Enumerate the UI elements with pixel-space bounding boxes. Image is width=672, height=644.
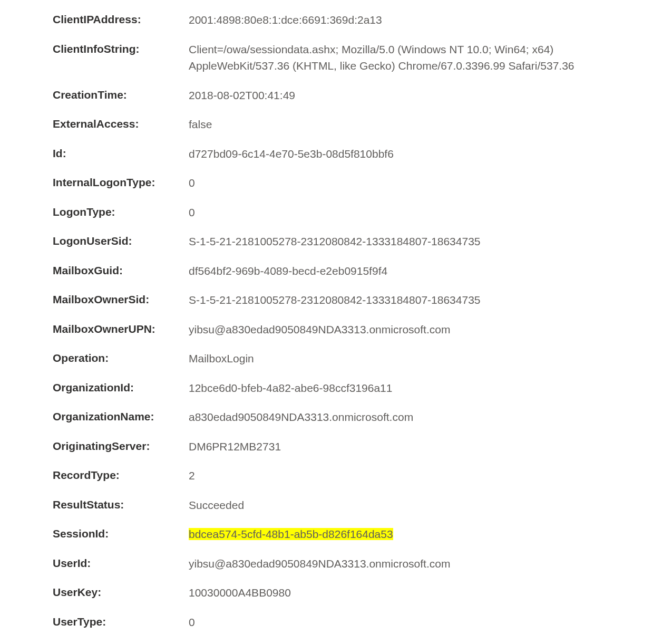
- property-label: InternalLogonType:: [53, 175, 189, 190]
- property-label: OrganizationId:: [53, 380, 189, 396]
- property-list: ClientIPAddress:2001:4898:80e8:1:dce:669…: [0, 0, 672, 644]
- highlighted-value: bdcea574-5cfd-48b1-ab5b-d826f164da53: [189, 528, 393, 540]
- property-row: CreationTime:2018-08-02T00:41:49: [53, 81, 672, 110]
- property-value: 10030000A4BB0980: [189, 584, 672, 601]
- property-row: LogonUserSid:S-1-5-21-2181005278-2312080…: [53, 227, 672, 256]
- property-value: S-1-5-21-2181005278-2312080842-133318480…: [189, 233, 672, 250]
- property-value: Succeeded: [189, 497, 672, 514]
- property-row: SessionId:bdcea574-5cfd-48b1-ab5b-d826f1…: [53, 520, 672, 549]
- property-row: Operation:MailboxLogin: [53, 344, 672, 373]
- property-label: ExternalAccess:: [53, 116, 189, 132]
- property-label: MailboxOwnerSid:: [53, 292, 189, 307]
- property-label: SessionId:: [53, 526, 189, 542]
- property-value: yibsu@a830edad9050849NDA3313.onmicrosoft…: [189, 555, 672, 572]
- property-label: ClientIPAddress:: [53, 12, 189, 27]
- property-value: df564bf2-969b-4089-becd-e2eb0915f9f4: [189, 263, 672, 280]
- property-row: Id:d727bd09-6c14-4e70-5e3b-08d5f810bbf6: [53, 139, 672, 169]
- property-row: MailboxOwnerSid:S-1-5-21-2181005278-2312…: [53, 285, 672, 315]
- property-value: d727bd09-6c14-4e70-5e3b-08d5f810bbf6: [189, 146, 672, 162]
- property-value: S-1-5-21-2181005278-2312080842-133318480…: [189, 292, 672, 309]
- property-label: MailboxGuid:: [53, 263, 189, 278]
- property-label: UserId:: [53, 555, 189, 571]
- property-row: MailboxOwnerUPN:yibsu@a830edad9050849NDA…: [53, 315, 672, 344]
- property-value: DM6PR12MB2731: [189, 438, 672, 455]
- property-row: UserKey:10030000A4BB0980: [53, 578, 672, 608]
- property-label: CreationTime:: [53, 87, 189, 103]
- property-label: RecordType:: [53, 467, 189, 483]
- property-row: MailboxGuid:df564bf2-969b-4089-becd-e2eb…: [53, 256, 672, 286]
- property-value: a830edad9050849NDA3313.onmicrosoft.com: [189, 409, 672, 426]
- property-value: 2001:4898:80e8:1:dce:6691:369d:2a13: [189, 12, 672, 28]
- property-value: bdcea574-5cfd-48b1-ab5b-d826f164da53: [189, 526, 672, 543]
- property-label: LogonUserSid:: [53, 233, 189, 249]
- property-label: ClientInfoString:: [53, 41, 189, 57]
- property-value: 0: [189, 175, 672, 191]
- property-value: 12bce6d0-bfeb-4a82-abe6-98ccf3196a11: [189, 380, 672, 397]
- property-label: OriginatingServer:: [53, 438, 189, 454]
- property-row: ClientIPAddress:2001:4898:80e8:1:dce:669…: [53, 5, 672, 35]
- property-label: LogonType:: [53, 204, 189, 220]
- property-row: InternalLogonType:0: [53, 168, 672, 198]
- property-label: OrganizationName:: [53, 409, 189, 425]
- property-row: RecordType:2: [53, 461, 672, 491]
- property-row: OrganizationName:a830edad9050849NDA3313.…: [53, 402, 672, 432]
- property-value: 0: [189, 614, 672, 631]
- property-row: UserType:0: [53, 608, 672, 637]
- property-row: OriginatingServer:DM6PR12MB2731: [53, 432, 672, 462]
- property-row: LogonType:0: [53, 198, 672, 227]
- property-row: ExternalAccess:false: [53, 110, 672, 139]
- property-value: 0: [189, 204, 672, 221]
- property-label: MailboxOwnerUPN:: [53, 321, 189, 337]
- property-value: Client=/owa/sessiondata.ashx; Mozilla/5.…: [189, 41, 672, 74]
- property-label: ResultStatus:: [53, 497, 189, 513]
- property-value: MailboxLogin: [189, 350, 672, 367]
- property-label: UserType:: [53, 614, 189, 630]
- property-row: UserId:yibsu@a830edad9050849NDA3313.onmi…: [53, 549, 672, 579]
- property-label: Operation:: [53, 350, 189, 366]
- property-value: false: [189, 116, 672, 133]
- property-label: UserKey:: [53, 584, 189, 600]
- property-value: yibsu@a830edad9050849NDA3313.onmicrosoft…: [189, 321, 672, 338]
- property-row: OrganizationId:12bce6d0-bfeb-4a82-abe6-9…: [53, 373, 672, 403]
- property-row: Version:1: [53, 637, 672, 644]
- property-label: Id:: [53, 146, 189, 161]
- property-row: ClientInfoString:Client=/owa/sessiondata…: [53, 35, 672, 81]
- property-row: ResultStatus:Succeeded: [53, 491, 672, 520]
- property-value: 2: [189, 467, 672, 484]
- property-value: 2018-08-02T00:41:49: [189, 87, 672, 104]
